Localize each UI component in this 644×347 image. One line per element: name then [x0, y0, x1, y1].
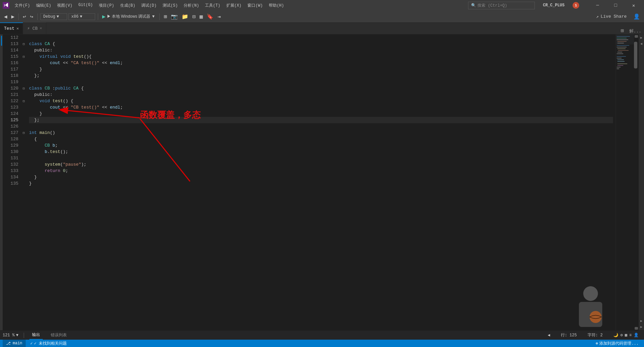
fold-121 [21, 92, 26, 98]
code-line-117: } [29, 66, 613, 72]
restore-button[interactable]: □ [608, 0, 623, 11]
svg-rect-11 [617, 45, 629, 46]
step-icon[interactable]: ⇥ [216, 13, 222, 21]
menu-analyze[interactable]: 分析(N) [181, 2, 202, 9]
vertical-scrollbar[interactable] [634, 34, 639, 330]
activity-indicator [1, 36, 2, 46]
editor-scroll: 112 113 114 115 116 117 118 119 120 121 … [3, 34, 639, 330]
svg-rect-9 [617, 41, 627, 42]
scrollbar-down[interactable] [635, 327, 638, 330]
line-num-119: 119 [3, 79, 18, 85]
line-num-127: 127 [3, 130, 18, 136]
code-line-133: return 0; [29, 168, 613, 174]
code-line-115: virtual void test(){ [29, 53, 613, 60]
scrollbar-thumb[interactable] [634, 42, 637, 68]
code-line-119 [29, 79, 613, 85]
line-num-133: 133 [3, 168, 18, 174]
line-num-131: 131 [3, 155, 18, 161]
errors-tab[interactable]: 错误列表 [48, 331, 69, 340]
nav-forward-button[interactable]: ▶ [10, 13, 16, 21]
menu-extensions[interactable]: 扩展(X) [224, 2, 244, 9]
tab-cb[interactable]: ⚡ CB ✕ [23, 22, 46, 34]
tab-split-button[interactable]: ⊞ [618, 27, 627, 34]
folder-icon[interactable]: 📁 [180, 13, 190, 21]
fold-122[interactable]: ⊟ [21, 98, 26, 104]
line-num-126: 126 [3, 123, 18, 130]
git-icon: ⎇ [6, 341, 11, 346]
code-line-129: CB b; [29, 142, 613, 149]
zoom-control[interactable]: 121 % ▼ [3, 333, 18, 338]
tab-cb-close[interactable]: ✕ [40, 26, 42, 31]
code-line-130: b.test(); [29, 149, 613, 155]
search-box[interactable]: 🔍 搜索 (Ctrl+Q) [468, 2, 535, 9]
redo-button[interactable]: ↪ [29, 13, 35, 21]
user-icon[interactable]: 👤 [632, 13, 641, 21]
icon-list[interactable]: ≡ [629, 333, 632, 338]
git-branch[interactable]: ⎇ main [3, 340, 26, 347]
right-panel-icon[interactable]: ▶ [640, 319, 642, 323]
fold-113[interactable]: ⊟ [21, 41, 26, 47]
status-errors[interactable]: ✓ ✓ 未找到相关问题 [28, 341, 69, 346]
nav-back-button[interactable]: ◀ [3, 13, 9, 21]
panel-label[interactable]: 解... [627, 28, 644, 34]
minimize-button[interactable]: ─ [590, 0, 605, 11]
icon-settings[interactable]: ⚙ [620, 333, 623, 338]
right-panel-icon2[interactable]: ▶ [640, 325, 642, 329]
svg-rect-18 [617, 58, 622, 58]
camera-icon[interactable]: 📷 [170, 13, 179, 21]
menu-window[interactable]: 窗口(W) [245, 2, 265, 9]
menu-edit[interactable]: 编辑(E) [33, 2, 54, 9]
svg-rect-14 [618, 50, 629, 51]
tab-test-close[interactable]: ✕ [16, 26, 19, 31]
run-debugger-button[interactable]: ▶ ▶ 本地 Windows 调试器 ▼ [101, 13, 157, 20]
menu-view[interactable]: 视图(V) [54, 2, 75, 9]
attach-icon[interactable]: ⊞ [162, 13, 168, 21]
right-panel-collapse[interactable]: ▶ [640, 36, 642, 40]
fold-118 [21, 72, 26, 79]
icon-moon[interactable]: 🌙 [613, 333, 618, 338]
code-line-113: class CA { [29, 41, 613, 47]
notification-badge[interactable]: 1 [573, 2, 579, 9]
fold-119 [21, 79, 26, 85]
split-icon[interactable]: ⊟ [191, 13, 197, 21]
icon-layout[interactable]: ▦ [625, 333, 627, 338]
right-panel-expand[interactable]: ◀ [640, 42, 642, 46]
menu-debug[interactable]: 调试(D) [139, 2, 159, 9]
fold-127[interactable]: ⊟ [21, 130, 26, 136]
zoom-dropdown-icon[interactable]: ▼ [16, 333, 18, 338]
platform-dropdown[interactable]: x86 ▼ [68, 13, 95, 20]
live-share-button[interactable]: ↗ Live Share [593, 13, 629, 21]
svg-rect-15 [617, 52, 622, 52]
menu-help[interactable]: 帮助(H) [266, 2, 287, 9]
toolbar-sep-4 [159, 13, 160, 20]
menu-project[interactable]: 项目(P) [96, 2, 117, 9]
menu-tools[interactable]: 工具(T) [202, 2, 223, 9]
fold-120[interactable]: ⊟ [21, 85, 26, 92]
menu-build[interactable]: 生成(B) [118, 2, 138, 9]
undo-button[interactable]: ↩ [21, 13, 27, 21]
line-num-125: 125 [3, 117, 18, 123]
output-tab[interactable]: 输出 [29, 331, 43, 340]
code-line-132: system("pause"); [29, 161, 613, 168]
code-editor[interactable]: class CA { public: virtual void test(){ … [26, 34, 616, 330]
status-bar: ⎇ main ✓ ✓ 未找到相关问题 ⊕ 添加到源代码管理... [0, 340, 644, 347]
config-dropdown[interactable]: Debug ▼ [40, 13, 67, 20]
fold-135 [21, 180, 26, 187]
add-to-source-control[interactable]: ⊕ 添加到源代码管理... [593, 341, 641, 346]
layout-icon[interactable]: ▦ [198, 13, 204, 21]
bookmark-icon[interactable]: 🔖 [205, 13, 215, 21]
tab-test[interactable]: Test ✕ [0, 22, 23, 34]
code-line-123: cout << "CB test()" << endl; [29, 104, 613, 111]
code-line-114: public: [29, 47, 613, 53]
code-line-128: { [29, 136, 613, 142]
line-num-118: 118 [3, 72, 18, 79]
check-icon: ✓ [30, 341, 33, 346]
icon-user-small[interactable]: 👤 [634, 333, 639, 338]
menu-test[interactable]: 测试(S) [160, 2, 181, 9]
toolbar-sep-2 [37, 13, 38, 20]
scrollbar-up[interactable] [635, 35, 638, 38]
close-button[interactable]: ✕ [626, 0, 641, 11]
fold-115[interactable]: ⊟ [21, 53, 26, 60]
menu-git[interactable]: Git(G) [76, 2, 95, 9]
menu-file[interactable]: 文件(F) [12, 2, 33, 9]
